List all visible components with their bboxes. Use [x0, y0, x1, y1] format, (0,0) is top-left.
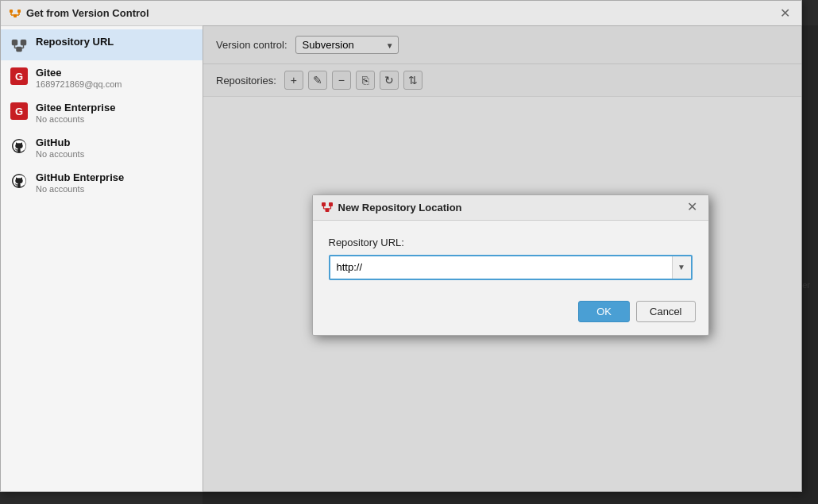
sidebar-item-repository-url-text: Repository URL	[36, 36, 114, 48]
github-icon	[10, 137, 28, 155]
gitee-icon: G	[10, 67, 28, 85]
sidebar-item-github-enterprise-sub: No accounts	[36, 184, 124, 194]
main-dialog-title: Get from Version Control	[26, 7, 149, 19]
svg-rect-0	[10, 10, 13, 13]
modal-overlay: New Repository Location ✕ Repository URL…	[203, 25, 818, 504]
sidebar-item-gitee[interactable]: G Gitee 1689721869@qq.com	[1, 60, 203, 95]
sidebar-item-github-text: GitHub No accounts	[36, 137, 84, 159]
sidebar-item-github[interactable]: GitHub No accounts	[1, 130, 203, 165]
sidebar-item-repository-url-name: Repository URL	[36, 36, 114, 48]
svg-rect-16	[322, 202, 326, 206]
main-dialog-titlebar-left: Get from Version Control	[9, 7, 149, 20]
repo-url-input-row: ▼	[329, 255, 693, 280]
sidebar: Repository URL G Gitee 1689721869@qq.com…	[1, 26, 203, 491]
ok-button[interactable]: OK	[578, 301, 630, 322]
sidebar-item-gitee-name: Gitee	[36, 67, 122, 79]
sidebar-item-gitee-text: Gitee 1689721869@qq.com	[36, 67, 122, 89]
repo-url-dropdown-button[interactable]: ▼	[672, 256, 691, 279]
sidebar-item-github-enterprise-name: GitHub Enterprise	[36, 171, 124, 183]
sidebar-item-gitee-enterprise-sub: No accounts	[36, 114, 115, 124]
svg-rect-8	[21, 40, 26, 45]
sidebar-item-gitee-sub: 1689721869@qq.com	[36, 79, 122, 89]
repo-dialog-titlebar: New Repository Location ✕	[313, 195, 708, 221]
main-dialog-titlebar: Get from Version Control ✕	[1, 1, 801, 26]
repository-url-icon	[10, 37, 28, 54]
sidebar-item-github-sub: No accounts	[36, 149, 84, 159]
cancel-button[interactable]: Cancel	[636, 301, 695, 322]
gitee-enterprise-icon: G	[10, 102, 28, 120]
sidebar-item-github-enterprise-text: GitHub Enterprise No accounts	[36, 171, 124, 194]
repo-dialog-footer: OK Cancel	[313, 293, 708, 335]
repo-url-label: Repository URL:	[329, 237, 693, 248]
repo-dialog-close-button[interactable]: ✕	[684, 199, 700, 215]
sidebar-item-github-enterprise[interactable]: GitHub Enterprise No accounts	[1, 165, 203, 200]
vcs-title-icon	[9, 7, 21, 20]
repo-dialog-titlebar-left: New Repository Location	[321, 201, 462, 214]
sidebar-item-gitee-enterprise-name: Gitee Enterprise	[36, 102, 115, 113]
sidebar-item-gitee-enterprise-text: Gitee Enterprise No accounts	[36, 102, 115, 124]
repo-dialog-body: Repository URL: ▼	[313, 221, 708, 293]
svg-rect-1	[17, 10, 21, 13]
sidebar-item-repository-url[interactable]: Repository URL	[1, 29, 203, 60]
sidebar-item-gitee-enterprise[interactable]: G Gitee Enterprise No accounts	[1, 95, 203, 130]
repo-dialog-title: New Repository Location	[338, 202, 462, 214]
repo-dialog-title-icon	[321, 201, 334, 214]
github-enterprise-icon	[10, 172, 28, 190]
svg-rect-17	[329, 202, 333, 206]
repo-url-input[interactable]	[330, 257, 672, 277]
repo-dialog: New Repository Location ✕ Repository URL…	[312, 194, 709, 336]
main-dialog-close-button[interactable]: ✕	[777, 6, 793, 21]
sidebar-item-github-name: GitHub	[36, 137, 84, 148]
svg-rect-7	[12, 40, 17, 45]
